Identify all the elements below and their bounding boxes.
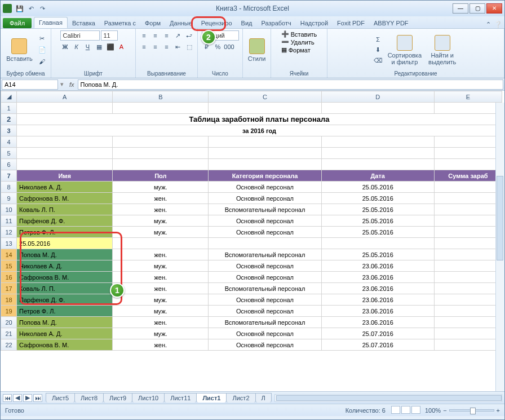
column-header[interactable]: Имя	[17, 170, 113, 182]
merge-icon[interactable]: ⬚	[184, 42, 194, 52]
cell[interactable]: Основной персонал	[209, 182, 321, 193]
cell[interactable]: муж.	[113, 306, 209, 317]
cell[interactable]: 23.06.2016	[321, 283, 434, 294]
cell[interactable]: 9	[434, 317, 502, 328]
tab-file[interactable]: Файл	[3, 18, 32, 28]
find-select-button[interactable]: Найти и выделить	[426, 34, 458, 67]
cut-icon[interactable]: ✂	[37, 34, 47, 44]
cell[interactable]: Парфенов Д. Ф.	[17, 215, 113, 227]
column-header[interactable]: Сумма зараб	[434, 170, 502, 182]
cell[interactable]: 25.05.2016	[321, 182, 434, 193]
view-buttons[interactable]	[390, 406, 420, 415]
table-subtitle[interactable]: за 2016 год	[17, 125, 502, 136]
col-header-e[interactable]: E	[434, 91, 502, 103]
cell[interactable]: Вспомогательный персонал	[209, 317, 321, 328]
cell[interactable]: 1	[434, 272, 502, 283]
cell[interactable]: Основной персонал	[209, 215, 321, 227]
cell[interactable]: 25.07.2016	[321, 328, 434, 339]
formula-bar[interactable]: Попова М. Д.	[78, 79, 503, 90]
cell[interactable]: 23.06.2016	[321, 272, 434, 283]
cell[interactable]: Петров Ф. Л.	[17, 227, 113, 238]
col-header-c[interactable]: C	[209, 91, 321, 103]
row-header[interactable]: 18	[1, 294, 17, 306]
cell[interactable]	[434, 238, 502, 249]
align-bot-icon[interactable]: ≡	[162, 30, 172, 41]
cell[interactable]: 1	[434, 193, 502, 204]
cell[interactable]: 1	[434, 204, 502, 215]
row-header[interactable]: 15	[1, 260, 17, 272]
align-right-icon[interactable]: ≡	[162, 42, 172, 52]
zoom-out-button[interactable]: −	[443, 407, 446, 414]
cell[interactable]: жен.	[113, 339, 209, 351]
font-size-combo[interactable]: 11	[101, 30, 118, 41]
cell[interactable]: 3	[434, 215, 502, 227]
row-header[interactable]: 9	[1, 193, 17, 204]
cell[interactable]: Основной персонал	[209, 260, 321, 272]
cell[interactable]: 2	[434, 328, 502, 339]
tab-addins[interactable]: Надстрой	[296, 18, 333, 28]
align-center-icon[interactable]: ≡	[150, 42, 161, 52]
cell[interactable]	[209, 238, 321, 249]
sheet-tab[interactable]: Л	[255, 393, 272, 403]
tab-home[interactable]: Главная	[34, 17, 68, 28]
cell[interactable]: муж.	[113, 215, 209, 227]
cell[interactable]: Основной персонал	[209, 272, 321, 283]
cell[interactable]: Основной персонал	[209, 193, 321, 204]
sheet-nav-last-icon[interactable]: ⏭	[33, 394, 42, 402]
column-header[interactable]: Дата	[321, 170, 434, 182]
indent-dec-icon[interactable]: ⇤	[173, 42, 183, 52]
cell[interactable]: Попова М. Д.	[17, 317, 113, 328]
cell[interactable]: Сафронова В. М.	[17, 272, 113, 283]
cell[interactable]: 25.05.2016	[321, 249, 434, 260]
cell[interactable]: жен.	[113, 193, 209, 204]
tab-insert[interactable]: Вставка	[68, 18, 100, 28]
cell[interactable]	[321, 238, 434, 249]
cell[interactable]: 1	[434, 306, 502, 317]
cell[interactable]: 25.05.2016	[321, 227, 434, 238]
cell[interactable]: 23.06.2016	[321, 317, 434, 328]
fill-icon[interactable]: ⬇	[373, 45, 383, 55]
minimize-ribbon-icon[interactable]: ⌃	[486, 21, 491, 28]
cell[interactable]: Николаев А. Д.	[17, 182, 113, 193]
cell[interactable]: Основной персонал	[209, 328, 321, 339]
row-header[interactable]: 21	[1, 328, 17, 339]
format-painter-icon[interactable]: 🖌	[37, 56, 47, 67]
styles-button[interactable]: Стили	[246, 37, 268, 63]
percent-icon[interactable]: %	[213, 42, 223, 52]
row-header[interactable]: 17	[1, 283, 17, 294]
row-header[interactable]: 10	[1, 204, 17, 215]
cells-format-button[interactable]: ▦Формат	[281, 46, 311, 54]
cell[interactable]: 23.06.2016	[321, 306, 434, 317]
col-header-b[interactable]: B	[113, 91, 209, 103]
row-header[interactable]: 11	[1, 215, 17, 227]
cell[interactable]: жен.	[113, 272, 209, 283]
italic-button[interactable]: К	[72, 42, 82, 52]
row-header[interactable]: 14	[1, 249, 17, 260]
spreadsheet-grid[interactable]: ◢ A B C D E 12Таблица заработной платы п…	[1, 91, 502, 351]
sheet-tab[interactable]: Лист2	[226, 393, 255, 403]
cell[interactable]: Сафронова В. М.	[17, 193, 113, 204]
cell[interactable]: Петров Ф. Л.	[17, 306, 113, 317]
row-header[interactable]: 2	[1, 114, 17, 125]
tab-layout[interactable]: Разметка с	[100, 18, 140, 28]
help-icon[interactable]: ❔	[494, 21, 502, 28]
tab-formulas[interactable]: Форм	[140, 18, 165, 28]
cell[interactable]: Коваль Л. П.	[17, 283, 113, 294]
cell[interactable]: 2	[434, 260, 502, 272]
vertical-scrollbar[interactable]	[495, 103, 504, 391]
name-box[interactable]: A14	[2, 79, 58, 90]
row-header[interactable]: 3	[1, 125, 17, 136]
cell[interactable]	[113, 238, 209, 249]
font-name-combo[interactable]: Calibri	[60, 30, 100, 41]
cell[interactable]: 1	[434, 339, 502, 351]
cell[interactable]: Основной персонал	[209, 306, 321, 317]
row-header[interactable]: 20	[1, 317, 17, 328]
undo-icon[interactable]: ↶	[26, 4, 36, 13]
row-header[interactable]: 22	[1, 339, 17, 351]
cell[interactable]: муж.	[113, 182, 209, 193]
cell[interactable]: Парфенов Д. Ф.	[17, 294, 113, 306]
cell[interactable]: муж.	[113, 260, 209, 272]
wrap-text-icon[interactable]: ⮐	[184, 30, 194, 41]
tab-review[interactable]: Рецензиро	[197, 18, 237, 28]
cells-insert-button[interactable]: ➕Вставить	[281, 30, 317, 38]
